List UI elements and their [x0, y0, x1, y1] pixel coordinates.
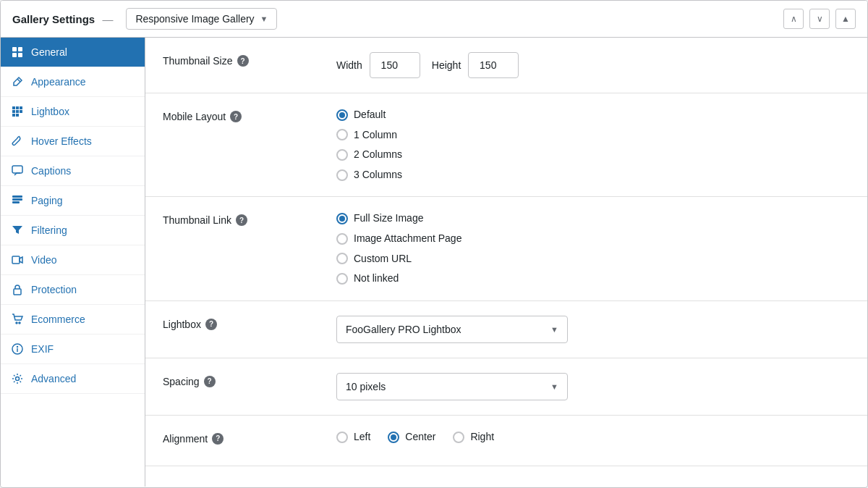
panel-title: Gallery Settings —	[12, 13, 117, 25]
sidebar-item-ecommerce[interactable]: Ecommerce	[1, 305, 145, 335]
sidebar-item-lightbox[interactable]: Lightbox	[1, 97, 145, 127]
lightbox-row: Lightbox ? FooGallery PRO Lightbox ▼	[145, 301, 867, 358]
dash: —	[102, 13, 113, 25]
thumbnail-size-control: Width Height	[336, 52, 850, 78]
lock-icon	[11, 283, 24, 296]
title-text: Gallery Settings	[12, 13, 95, 25]
radio-none-label: Not linked	[354, 272, 399, 286]
mobile-layout-control: Default 1 Column 2 Columns 3 Columns	[336, 108, 850, 182]
spacing-chevron-icon: ▼	[550, 382, 558, 391]
sidebar-item-appearance[interactable]: Appearance	[1, 67, 145, 97]
sidebar-item-protection[interactable]: Protection	[1, 275, 145, 305]
sidebar-item-paging[interactable]: Paging	[1, 186, 145, 216]
sidebar-item-filtering[interactable]: Filtering	[1, 216, 145, 245]
table-icon	[11, 105, 24, 118]
mobile-layout-3col[interactable]: 3 Columns	[336, 168, 850, 182]
sidebar-item-captions[interactable]: Captions	[1, 156, 145, 186]
mobile-layout-row: Mobile Layout ? Default 1 Column 2 Colum…	[145, 93, 867, 197]
lightbox-control: FooGallery PRO Lightbox ▼	[336, 316, 850, 343]
gallery-dropdown[interactable]: Responsive Image Gallery ▼	[126, 8, 277, 30]
svg-rect-5	[16, 106, 19, 109]
radio-left-indicator	[336, 432, 348, 443]
mobile-layout-1col[interactable]: 1 Column	[336, 128, 850, 143]
spacing-row: Spacing ? 10 pixels ▼	[145, 358, 867, 416]
alignment-text: Alignment	[163, 433, 208, 445]
alignment-row: Alignment ? Left Center	[145, 416, 867, 466]
wrench-icon	[11, 135, 24, 148]
thumbnail-link-control: Full Size Image Image Attachment Page Cu…	[336, 211, 850, 285]
svg-rect-1	[18, 47, 22, 51]
link-custom[interactable]: Custom URL	[336, 252, 850, 266]
cart-icon	[11, 313, 24, 326]
width-input[interactable]	[370, 52, 420, 78]
spacing-help-icon[interactable]: ?	[204, 376, 216, 387]
thumbnail-link-help-icon[interactable]: ?	[236, 214, 247, 226]
svg-rect-10	[12, 114, 15, 117]
chat-icon	[11, 164, 24, 177]
svg-point-19	[19, 322, 20, 324]
header-left: Gallery Settings — Responsive Image Gall…	[12, 8, 277, 30]
settings-content: Thumbnail Size ? Width Height	[145, 38, 867, 487]
radio-1col-indicator	[336, 129, 348, 140]
lightbox-chevron-icon: ▼	[550, 325, 558, 334]
link-fullsize[interactable]: Full Size Image	[336, 211, 850, 226]
svg-point-18	[16, 322, 17, 324]
sidebar-label-captions: Captions	[31, 165, 71, 177]
sidebar-item-exif[interactable]: EXIF	[1, 335, 145, 364]
radio-custom-label: Custom URL	[354, 252, 412, 266]
info-icon	[11, 342, 24, 356]
sidebar-label-general: General	[31, 46, 67, 58]
sidebar-item-advanced[interactable]: Advanced	[1, 364, 145, 394]
radio-3col-label: 3 Columns	[354, 168, 402, 182]
gallery-settings-panel: Gallery Settings — Responsive Image Gall…	[0, 0, 868, 488]
svg-rect-11	[16, 114, 19, 117]
alignment-options: Left Center Right	[336, 430, 850, 445]
nav-collapse-button[interactable]: ▲	[835, 9, 856, 29]
main-layout: General Appearance	[1, 38, 867, 487]
radio-center-label: Center	[405, 430, 435, 445]
lightbox-dropdown[interactable]: FooGallery PRO Lightbox ▼	[336, 316, 568, 343]
sidebar-item-video[interactable]: Video	[1, 245, 145, 275]
align-left[interactable]: Left	[336, 430, 370, 445]
mobile-layout-2col[interactable]: 2 Columns	[336, 148, 850, 162]
filter-icon	[11, 224, 24, 237]
sidebar-item-hover-effects[interactable]: Hover Effects	[1, 127, 145, 156]
radio-1col-label: 1 Column	[354, 128, 397, 143]
grid-icon	[11, 46, 24, 59]
spacing-dropdown[interactable]: 10 pixels ▼	[336, 373, 568, 400]
nav-up-button[interactable]: ∧	[783, 9, 804, 29]
alignment-help-icon[interactable]: ?	[212, 433, 224, 445]
height-label: Height	[432, 59, 461, 71]
lightbox-value: FooGallery PRO Lightbox	[346, 324, 461, 335]
paint-icon	[11, 75, 24, 88]
svg-rect-12	[12, 166, 22, 173]
header-nav: ∧ ∨ ▲	[783, 9, 856, 29]
link-none[interactable]: Not linked	[336, 272, 850, 286]
thumbnail-size-row: Thumbnail Size ? Width Height	[145, 38, 867, 93]
mobile-layout-help-icon[interactable]: ?	[230, 111, 242, 122]
height-input[interactable]	[468, 52, 519, 78]
align-center[interactable]: Center	[388, 430, 435, 445]
sidebar-label-advanced: Advanced	[31, 373, 76, 384]
svg-rect-7	[12, 110, 15, 113]
lightbox-text: Lightbox	[163, 319, 201, 330]
lightbox-help-icon[interactable]: ?	[205, 319, 217, 330]
align-right[interactable]: Right	[453, 430, 494, 445]
svg-point-23	[16, 377, 20, 381]
sidebar-item-general[interactable]: General	[1, 38, 145, 67]
link-attachment[interactable]: Image Attachment Page	[336, 232, 850, 246]
nav-down-button[interactable]: ∨	[809, 9, 830, 29]
mobile-layout-default[interactable]: Default	[336, 108, 850, 122]
radio-2col-label: 2 Columns	[354, 148, 402, 162]
thumbnail-size-help-icon[interactable]: ?	[237, 55, 249, 67]
svg-rect-4	[12, 106, 15, 109]
sidebar-label-paging: Paging	[31, 195, 63, 206]
paging-icon	[11, 194, 24, 207]
sidebar-label-lightbox: Lightbox	[31, 106, 69, 117]
svg-point-22	[17, 347, 18, 348]
sidebar-label-ecommerce: Ecommerce	[31, 314, 85, 325]
thumbnail-link-text: Thumbnail Link	[163, 214, 231, 226]
sidebar: General Appearance	[1, 38, 145, 487]
radio-2col-indicator	[336, 149, 348, 161]
gear-icon	[11, 372, 24, 385]
